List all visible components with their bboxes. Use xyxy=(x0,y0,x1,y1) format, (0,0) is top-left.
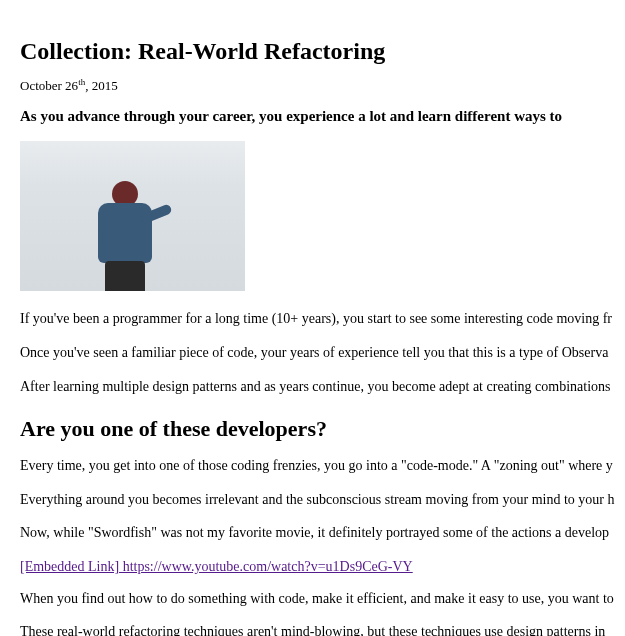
body-paragraph: These real-world refactoring techniques … xyxy=(20,622,605,636)
body-paragraph: If you've been a programmer for a long t… xyxy=(20,309,605,329)
embedded-link[interactable]: [Embedded Link] https://www.youtube.com/… xyxy=(20,559,413,575)
section-heading: Are you one of these developers? xyxy=(20,416,605,442)
page-title: Collection: Real-World Refactoring xyxy=(20,38,605,65)
body-paragraph: Now, while "Swordfish" was not my favori… xyxy=(20,523,605,543)
body-paragraph: Once you've seen a familiar piece of cod… xyxy=(20,343,605,363)
body-paragraph: After learning multiple design patterns … xyxy=(20,377,605,397)
hero-image xyxy=(20,141,245,291)
date-prefix: October 26 xyxy=(20,78,78,93)
article-subtitle: As you advance through your career, you … xyxy=(20,108,605,125)
body-paragraph: Every time, you get into one of those co… xyxy=(20,456,605,476)
publish-date: October 26th, 2015 xyxy=(20,77,605,94)
date-suffix: , 2015 xyxy=(85,78,118,93)
body-paragraph: Everything around you becomes irrelevant… xyxy=(20,490,605,510)
body-paragraph: When you find out how to do something wi… xyxy=(20,589,605,609)
